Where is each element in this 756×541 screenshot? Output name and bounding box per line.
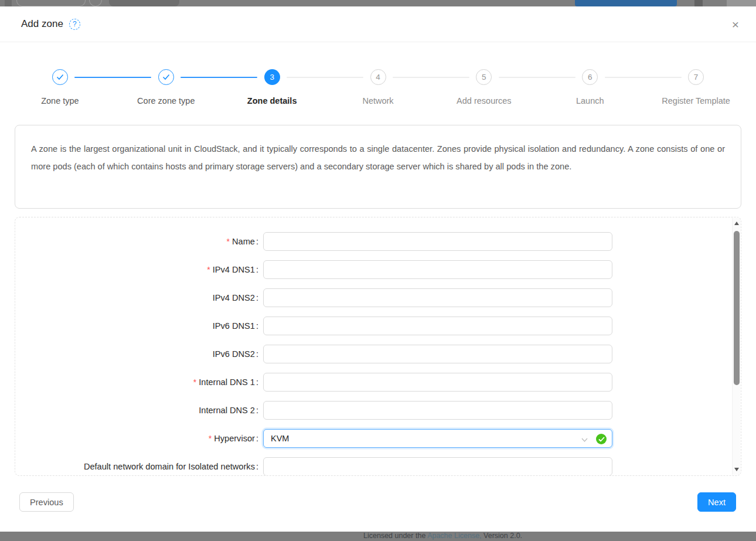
step-label: Zone details bbox=[247, 96, 297, 106]
field-label: IPv4 DNS1 bbox=[213, 265, 255, 274]
page-title: Add zone bbox=[21, 18, 63, 30]
step-label: Add resources bbox=[457, 96, 512, 106]
step-number: 3 bbox=[264, 69, 280, 85]
step-add-resources: 5 Add resources bbox=[431, 69, 537, 106]
required-asterisk: * bbox=[207, 265, 210, 274]
hypervisor-select[interactable]: KVM bbox=[263, 429, 612, 448]
field-label: IPv6 DNS1 bbox=[213, 321, 255, 331]
step-number: 6 bbox=[582, 69, 598, 85]
add-zone-modal: Add zone ? × Zone type Core zone type 3 … bbox=[0, 6, 756, 532]
step-label: Register Template bbox=[662, 96, 730, 106]
step-zone-type: Zone type bbox=[7, 69, 113, 106]
success-check-icon bbox=[596, 434, 607, 444]
step-core-zone-type: Core zone type bbox=[113, 69, 219, 106]
step-register-template: 7 Register Template bbox=[643, 69, 749, 106]
field-label: IPv4 DNS2 bbox=[213, 293, 255, 302]
hypervisor-selected-value: KVM bbox=[271, 434, 605, 443]
step-launch: 6 Launch bbox=[537, 69, 643, 106]
wizard-steps: Zone type Core zone type 3 Zone details … bbox=[7, 69, 749, 106]
ipv4-dns1-input[interactable] bbox=[263, 260, 612, 279]
form-row-ipv6-dns2: IPv6 DNS2: bbox=[15, 345, 741, 363]
next-button[interactable]: Next bbox=[697, 492, 736, 512]
form-row-network-domain: Default network domain for Isolated netw… bbox=[15, 457, 741, 476]
form-row-internal-dns2: Internal DNS 2: bbox=[15, 401, 741, 420]
field-label: Default network domain for Isolated netw… bbox=[84, 462, 255, 471]
scroll-up-icon[interactable] bbox=[733, 219, 741, 227]
step-zone-details: 3 Zone details bbox=[219, 69, 325, 106]
masked-small-icon bbox=[694, 0, 703, 6]
scroll-down-icon[interactable] bbox=[733, 465, 741, 474]
check-icon bbox=[52, 69, 68, 85]
masked-primary-button bbox=[575, 0, 677, 6]
step-label: Network bbox=[362, 96, 393, 106]
name-input[interactable] bbox=[263, 232, 612, 251]
apache-license-link: Apache License, bbox=[427, 532, 481, 540]
required-asterisk: * bbox=[227, 237, 230, 246]
step-label: Zone type bbox=[41, 96, 79, 106]
masked-page-header bbox=[0, 0, 756, 6]
license-prefix: Licensed under the bbox=[363, 532, 427, 540]
step-label: Launch bbox=[576, 96, 604, 106]
help-glyph: ? bbox=[73, 20, 77, 28]
check-icon bbox=[158, 69, 174, 85]
form-row-ipv6-dns1: IPv6 DNS1: bbox=[15, 317, 741, 335]
step-number: 5 bbox=[476, 69, 492, 85]
close-icon[interactable]: × bbox=[728, 17, 743, 32]
step-label: Core zone type bbox=[137, 96, 195, 106]
scrollbar-thumb[interactable] bbox=[734, 231, 740, 385]
form-row-hypervisor: *Hypervisor: KVM bbox=[15, 429, 741, 448]
field-label: Name bbox=[232, 237, 255, 246]
field-label: Internal DNS 2 bbox=[199, 406, 255, 415]
masked-menu-icon bbox=[5, 0, 12, 6]
ipv6-dns1-input[interactable] bbox=[263, 317, 612, 335]
field-label: IPv6 DNS2 bbox=[213, 349, 255, 359]
chevron-down-icon bbox=[581, 435, 588, 443]
form-row-internal-dns1: *Internal DNS 1: bbox=[15, 373, 741, 392]
form-row-ipv4-dns1: *IPv4 DNS1: bbox=[15, 260, 741, 279]
ipv6-dns2-input[interactable] bbox=[263, 345, 612, 363]
license-suffix: Version 2.0. bbox=[482, 532, 523, 540]
masked-page-footer: Licensed under the Apache License, Versi… bbox=[0, 532, 756, 541]
field-label: Internal DNS 1 bbox=[199, 377, 255, 387]
required-asterisk: * bbox=[193, 377, 196, 387]
internal-dns2-input[interactable] bbox=[263, 401, 612, 420]
zone-description-text: A zone is the largest organizational uni… bbox=[31, 140, 725, 175]
zone-details-form: *Name: *IPv4 DNS1: IPv4 DNS2: IPv6 DNS1:… bbox=[15, 217, 741, 476]
form-scrollbar[interactable] bbox=[732, 218, 740, 475]
step-number: 4 bbox=[370, 69, 386, 85]
question-circle-icon[interactable]: ? bbox=[69, 19, 80, 30]
modal-header: Add zone ? × bbox=[0, 6, 756, 42]
masked-search-pill bbox=[16, 0, 86, 6]
form-row-ipv4-dns2: IPv4 DNS2: bbox=[15, 288, 741, 307]
previous-button[interactable]: Previous bbox=[19, 492, 74, 512]
form-row-name: *Name: bbox=[15, 232, 741, 251]
zone-description-card: A zone is the largest organizational uni… bbox=[15, 125, 741, 209]
required-asterisk: * bbox=[209, 434, 212, 443]
masked-avatar bbox=[89, 0, 102, 6]
field-label: Hypervisor bbox=[214, 434, 255, 443]
ipv4-dns2-input[interactable] bbox=[263, 288, 612, 307]
network-domain-input[interactable] bbox=[263, 457, 612, 476]
internal-dns1-input[interactable] bbox=[263, 373, 612, 392]
masked-light-shape bbox=[727, 0, 756, 6]
masked-toolbar-shape bbox=[109, 0, 179, 6]
license-text: Licensed under the Apache License, Versi… bbox=[363, 532, 522, 540]
step-number: 7 bbox=[688, 69, 704, 85]
step-network: 4 Network bbox=[325, 69, 431, 106]
